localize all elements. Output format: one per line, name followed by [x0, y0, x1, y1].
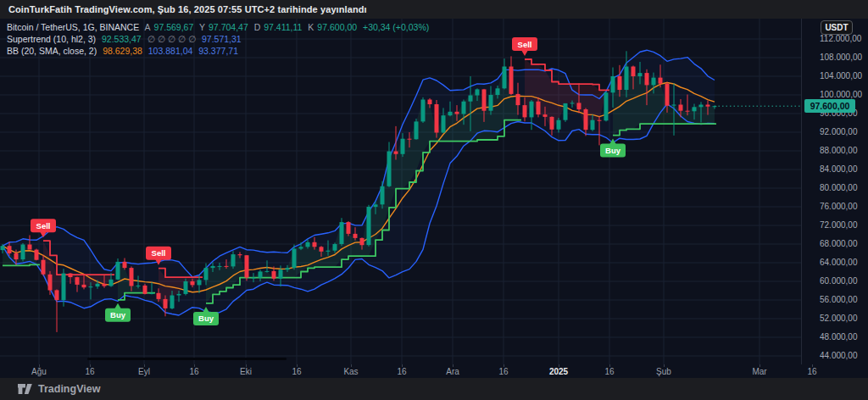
tradingview-chart-embed: CoinTurkFatih TradingView.com, Şub 16, 2…	[0, 0, 868, 400]
candle-body	[679, 105, 683, 111]
candle-body	[320, 247, 324, 252]
candle-body	[14, 253, 19, 259]
candle-body	[353, 234, 358, 238]
low-value: 97.411,11	[264, 22, 302, 32]
candle-body	[252, 278, 256, 279]
candle-body	[245, 255, 249, 277]
candle-body	[381, 186, 385, 205]
price-tick-label: 76.000,00	[820, 202, 868, 212]
candle-body	[394, 152, 398, 154]
close-label: K	[308, 22, 314, 32]
candle-body	[103, 284, 107, 286]
candle-body	[442, 115, 446, 132]
supertrend-value: 92.533,47	[102, 34, 142, 44]
price-tick-label: 100.000,00	[820, 90, 868, 100]
price-tick-label: 108.000,00	[820, 53, 868, 63]
time-tick-label: Eki	[227, 367, 264, 376]
price-tick-label: 72.000,00	[820, 220, 868, 231]
low-label: D	[254, 22, 261, 32]
candle-body	[516, 94, 520, 105]
candle-body	[231, 254, 236, 266]
tradingview-logo-icon[interactable]	[17, 383, 33, 395]
price-tick-label: 88.000,00	[820, 146, 868, 156]
svg-text:Sell: Sell	[152, 248, 166, 258]
candle-body	[496, 88, 500, 95]
candle-body	[367, 207, 371, 245]
candle-body	[652, 78, 656, 86]
candle-body	[347, 222, 351, 234]
legend: Bitcoin / TetherUS, 1G, BINANCE A97.569,…	[7, 22, 432, 58]
candle-body	[326, 251, 331, 252]
candle-body	[177, 294, 181, 296]
bb-lower-value: 93.377,71	[198, 46, 238, 56]
candle-body	[632, 67, 636, 77]
candle-body	[62, 274, 66, 300]
candle-body	[306, 242, 310, 247]
candle-body	[462, 102, 466, 114]
candle-body	[408, 139, 412, 140]
candle-body	[489, 95, 493, 111]
candle-body	[577, 103, 581, 109]
price-tick-label: 80.000,00	[820, 183, 868, 193]
candle-body	[123, 262, 127, 268]
candle-body	[584, 109, 588, 130]
candle-body	[415, 121, 419, 139]
currency-toggle-button[interactable]: USDT	[821, 20, 853, 35]
candle-body	[170, 296, 175, 308]
candle-body	[387, 152, 392, 186]
candle-body	[48, 275, 53, 291]
price-tick-label: 112.000,00	[820, 34, 868, 44]
time-tick-label: 16	[793, 367, 831, 376]
bb-title: BB (20, SMA, close, 2)	[7, 46, 97, 56]
candle-body	[686, 111, 690, 112]
svg-text:Buy: Buy	[605, 146, 621, 155]
price-tick-label: 104.000,00	[820, 71, 868, 81]
candle-body	[130, 268, 134, 286]
time-tick-label: 16	[71, 367, 108, 376]
legend-bb-row[interactable]: BB (20, SMA, close, 2) 98.629,38 103.881…	[7, 46, 432, 57]
time-tick-label: Ara	[434, 367, 471, 376]
bb-basis-value: 98.629,38	[103, 46, 142, 56]
legend-symbol-row[interactable]: Bitcoin / TetherUS, 1G, BINANCE A97.569,…	[7, 22, 432, 33]
watermark-text[interactable]: TradingView	[38, 383, 100, 395]
price-axis[interactable]: USDT 97.600,00 112.000,00108.000,00104.0…	[801, 19, 868, 378]
candle-body	[198, 280, 202, 285]
time-tick-label: 16	[591, 367, 628, 376]
candle-body	[482, 89, 487, 110]
candle-body	[211, 266, 215, 268]
candle-body	[374, 204, 378, 207]
time-tick-label: Ağu	[20, 367, 58, 376]
candle-body	[706, 105, 710, 107]
candle-body	[665, 84, 670, 106]
change-value: +30,34 (+0,03%)	[363, 22, 429, 32]
footer-bar: TradingView	[0, 378, 868, 400]
time-tick-label: 16	[383, 367, 420, 376]
time-axis[interactable]: Ağu16Eyl16Eki16Kas16Ara16202516ŞubMar16	[0, 364, 868, 378]
candle-body	[116, 262, 120, 280]
current-price-label: 97.600,00	[804, 99, 855, 113]
chart-plot-area: SellBuySellBuySellBuy Bitcoin / TetherUS…	[0, 19, 801, 364]
candle-body	[611, 76, 615, 92]
time-tick-label: 2025	[540, 367, 577, 376]
price-tick-label: 60.000,00	[820, 276, 868, 286]
candle-body	[659, 78, 663, 84]
price-tick-label: 52.000,00	[820, 314, 868, 324]
candle-body	[218, 266, 222, 267]
candle-body	[272, 271, 276, 279]
supertrend-alt-value: 97.571,31	[202, 34, 242, 44]
candle-body	[550, 117, 554, 130]
svg-text:Buy: Buy	[110, 310, 126, 319]
time-tick-label: 16	[485, 367, 522, 376]
svg-text:Sell: Sell	[518, 40, 532, 49]
candle-body	[8, 246, 12, 253]
candle-body	[150, 293, 154, 294]
candle-body	[1, 246, 5, 250]
candle-body	[28, 245, 32, 250]
svg-text:Buy: Buy	[198, 314, 214, 323]
candle-body	[604, 92, 609, 120]
pane-divider[interactable]	[87, 358, 287, 360]
price-chart-canvas[interactable]: SellBuySellBuySellBuy	[0, 19, 801, 364]
candle-body	[89, 286, 93, 287]
time-tick-label: Mar	[741, 367, 778, 376]
legend-supertrend-row[interactable]: Supertrend (10, hl2, 3) 92.533,47 ∅ ∅ ∅ …	[7, 34, 432, 45]
